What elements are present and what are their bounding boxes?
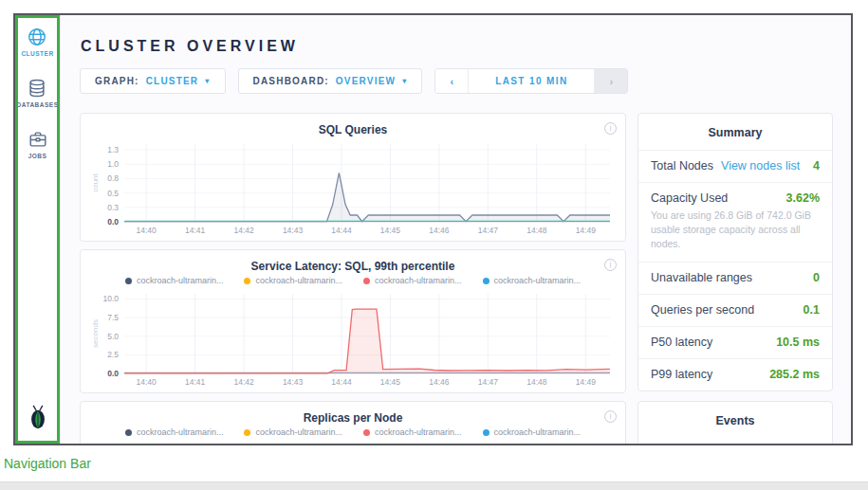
legend-label: cockroach-ultramarin... [494,427,582,437]
legend-dot-icon [244,278,250,284]
svg-text:14:41: 14:41 [185,226,206,235]
legend-label: cockroach-ultramarin... [375,427,462,437]
events-title: Events [638,402,832,438]
legend-item[interactable]: cockroach-ultramarin... [244,427,342,437]
chart-card-service-latency: Service Latency: SQL, 99th percentile co… [80,249,626,393]
capacity-description: You are using 26.8 GiB of 742.0 GiB usab… [651,209,820,252]
svg-text:14:48: 14:48 [526,377,547,387]
database-icon [27,78,47,99]
summary-row-total-nodes: Total Nodes View nodes list 4 [638,150,832,182]
summary-label: P50 latency [651,336,712,349]
time-range-selector: ‹ LAST 10 MIN › [434,68,628,94]
svg-text:count: count [91,172,100,191]
summary-label: P99 latency [651,368,712,381]
svg-text:14:40: 14:40 [137,377,157,387]
legend-dot-icon [125,278,132,284]
app-window: CLUSTER DATABASES JOBS [13,13,853,445]
dashboard-columns: SQL Queries 14:4014:4114:4214:4314:4414:… [80,113,851,444]
svg-text:7.5: 7.5 [107,313,119,322]
summary-row-p50-latency: P50 latency 10.5 ms [638,326,832,358]
chevron-down-icon: ▾ [205,77,210,85]
cockroach-logo[interactable] [26,404,50,434]
events-panel: Events Node Rejoined: Node 4 rej... 2 mi… [637,401,833,444]
svg-text:14:44: 14:44 [331,226,352,235]
summary-panel: Summary Total Nodes View nodes list 4 Ca… [637,113,833,391]
summary-value: 3.62% [786,191,820,205]
chart-title: Replicas per Node [88,408,618,426]
time-prev-button[interactable]: ‹ [435,69,469,93]
service-latency-chart[interactable]: 14:4014:4114:4214:4314:4414:4514:4614:47… [88,288,618,389]
legend-label: cockroach-ultramarin... [375,276,462,285]
sql-queries-chart[interactable]: 14:4014:4114:4214:4314:4414:4514:4614:47… [88,138,618,237]
globe-icon [27,27,47,47]
svg-text:0.3: 0.3 [107,203,119,212]
time-next-button[interactable]: › [594,69,627,93]
summary-value: 0.1 [803,303,820,317]
svg-text:2.5: 2.5 [107,350,119,359]
legend-item[interactable]: cockroach-ultramarin... [483,276,582,285]
svg-text:14:44: 14:44 [331,377,352,387]
svg-text:5.0: 5.0 [107,332,119,341]
legend-label: cockroach-ultramarin... [255,427,342,437]
legend-item[interactable]: cockroach-ultramarin... [483,427,582,437]
dashboard-dropdown-value: OVERVIEW [336,76,396,86]
summary-title: Summary [638,114,832,150]
legend-dot-icon [363,278,370,284]
summary-value: 285.2 ms [769,368,820,381]
svg-text:14:42: 14:42 [233,226,254,235]
svg-text:14:49: 14:49 [576,377,597,387]
graph-dropdown-value: CLUSTER [146,76,199,86]
time-range-label[interactable]: LAST 10 MIN [469,69,594,93]
chart-legend: cockroach-ultramarin...cockroach-ultrama… [88,426,618,440]
legend-item[interactable]: cockroach-ultramarin... [244,276,342,285]
legend-label: cockroach-ultramarin... [137,276,224,285]
info-icon[interactable] [604,122,617,135]
graph-dropdown-label: GRAPH: [95,76,139,86]
legend-dot-icon [363,429,370,436]
page: CLUSTER DATABASES JOBS [0,0,868,490]
legend-label: cockroach-ultramarin... [137,427,224,437]
info-icon[interactable] [604,410,617,423]
annotation-label: Navigation Bar [4,456,91,471]
navigation-bar: CLUSTER DATABASES JOBS [15,15,61,444]
svg-text:0.5: 0.5 [107,189,119,198]
summary-row-capacity-used: Capacity Used 3.62% You are using 26.8 G… [638,182,832,262]
svg-text:14:42: 14:42 [233,377,254,387]
svg-text:0.0: 0.0 [107,369,119,378]
chart-title: Service Latency: SQL, 99th percentile [88,257,618,275]
sidebar-item-databases[interactable]: DATABASES [17,78,59,108]
sidebar-item-cluster[interactable]: CLUSTER [21,27,53,57]
legend-item[interactable]: cockroach-ultramarin... [125,427,224,437]
info-icon[interactable] [604,259,617,271]
svg-text:14:47: 14:47 [478,377,499,387]
legend-dot-icon [125,429,132,436]
summary-value: 4 [813,159,820,172]
summary-value: 10.5 ms [776,336,820,349]
briefcase-icon [28,129,48,150]
svg-text:14:43: 14:43 [283,377,304,387]
summary-label: Capacity Used [651,191,728,205]
sidebar-item-jobs[interactable]: JOBS [28,129,48,159]
charts-column: SQL Queries 14:4014:4114:4214:4314:4414:… [80,113,626,444]
svg-text:10.0: 10.0 [102,294,119,303]
summary-value: 0 [813,271,820,284]
legend-item[interactable]: cockroach-ultramarin... [363,276,462,285]
legend-dot-icon [483,429,489,436]
view-nodes-list-link[interactable]: View nodes list [721,159,800,172]
svg-text:14:46: 14:46 [429,226,450,235]
legend-item[interactable]: cockroach-ultramarin... [363,427,462,437]
dashboard-dropdown[interactable]: DASHBOARD: OVERVIEW ▾ [238,68,423,94]
legend-item[interactable]: cockroach-ultramarin... [125,276,224,285]
main-content: CLUSTER OVERVIEW GRAPH: CLUSTER ▾ DASHBO… [61,15,851,444]
replicas-per-node-chart[interactable]: 14:4014:4114:4214:4314:4414:4514:4614:47… [88,440,618,444]
svg-text:1.3: 1.3 [107,145,119,154]
chart-legend: cockroach-ultramarin...cockroach-ultrama… [88,275,618,288]
svg-text:14:40: 14:40 [137,226,157,235]
event-row[interactable]: Node Rejoined: Node 4 rej... 2 mins ago [638,438,832,444]
svg-text:0.0: 0.0 [107,217,119,227]
legend-dot-icon [244,429,250,436]
legend-dot-icon [483,278,489,284]
graph-dropdown[interactable]: GRAPH: CLUSTER ▾ [80,68,226,94]
dashboard-dropdown-label: DASHBOARD: [253,76,329,86]
legend-label: cockroach-ultramarin... [255,276,342,285]
